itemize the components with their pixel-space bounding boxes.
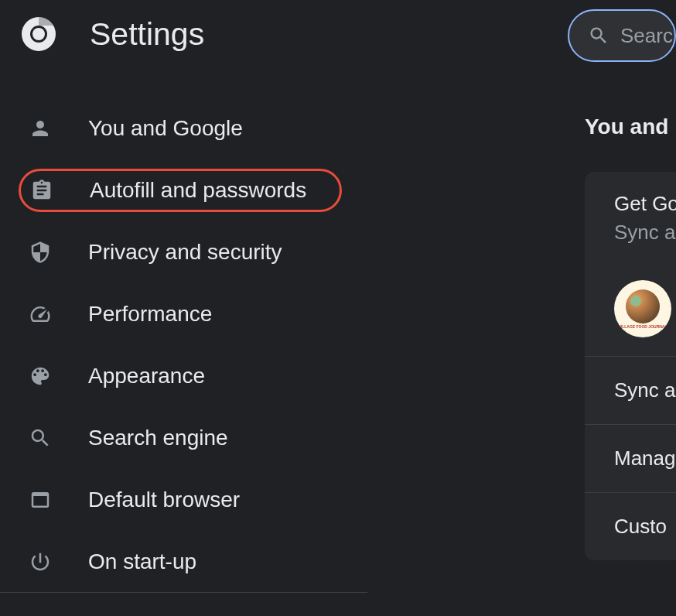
search-container[interactable] <box>568 9 676 62</box>
sidebar: You and Google Autofill and passwords Pr… <box>0 68 364 593</box>
sidebar-item-autofill-passwords[interactable]: Autofill and passwords <box>19 169 342 212</box>
sidebar-item-label: Search engine <box>88 426 228 450</box>
sidebar-item-default-browser[interactable]: Default browser <box>19 469 364 531</box>
sidebar-item-label: Appearance <box>88 364 205 388</box>
person-icon <box>28 116 53 141</box>
sidebar-item-label: Default browser <box>88 488 240 512</box>
speedometer-icon <box>28 302 53 327</box>
palette-icon <box>28 364 53 388</box>
card-header: Get Go Sync a <box>585 172 676 265</box>
sidebar-item-label: You and Google <box>88 116 243 141</box>
settings-card: Get Go Sync a VILLAGE FOOD JOURNAL Sync … <box>585 172 676 560</box>
search-icon <box>588 25 609 46</box>
card-subtitle: Sync a <box>614 221 676 245</box>
sidebar-item-appearance[interactable]: Appearance <box>19 345 364 407</box>
card-title: Get Go <box>614 192 676 216</box>
avatar-image-icon <box>626 289 660 323</box>
chrome-logo-icon <box>20 15 57 53</box>
profile-avatar[interactable]: VILLAGE FOOD JOURNAL <box>614 280 671 337</box>
svg-point-2 <box>32 28 45 40</box>
sidebar-item-label: On start-up <box>88 549 196 574</box>
browser-icon <box>28 488 53 512</box>
sidebar-item-search-engine[interactable]: Search engine <box>19 407 364 469</box>
sidebar-item-label: Privacy and security <box>88 240 282 265</box>
page-title: Settings <box>90 16 204 53</box>
avatar-text: VILLAGE FOOD JOURNAL <box>618 325 667 329</box>
shield-icon <box>28 240 53 265</box>
search-icon <box>28 426 53 450</box>
sidebar-divider <box>0 592 367 593</box>
sidebar-item-label: Autofill and passwords <box>90 178 306 203</box>
sidebar-item-you-and-google[interactable]: You and Google <box>19 98 364 159</box>
avatar-section: VILLAGE FOOD JOURNAL <box>585 265 676 356</box>
power-icon <box>28 549 53 574</box>
right-panel: You and Get Go Sync a VILLAGE FOOD JOURN… <box>585 115 676 560</box>
sidebar-item-label: Performance <box>88 302 212 327</box>
search-input[interactable] <box>620 24 676 48</box>
card-row-manage[interactable]: Manag <box>585 424 676 492</box>
sidebar-item-performance[interactable]: Performance <box>19 283 364 345</box>
clipboard-icon <box>29 178 54 203</box>
card-row-customize[interactable]: Custo <box>585 492 676 560</box>
section-title: You and <box>585 115 676 139</box>
sidebar-item-privacy-security[interactable]: Privacy and security <box>19 221 364 283</box>
card-row-sync[interactable]: Sync a <box>585 356 676 424</box>
sidebar-item-on-startup[interactable]: On start-up <box>19 531 364 593</box>
